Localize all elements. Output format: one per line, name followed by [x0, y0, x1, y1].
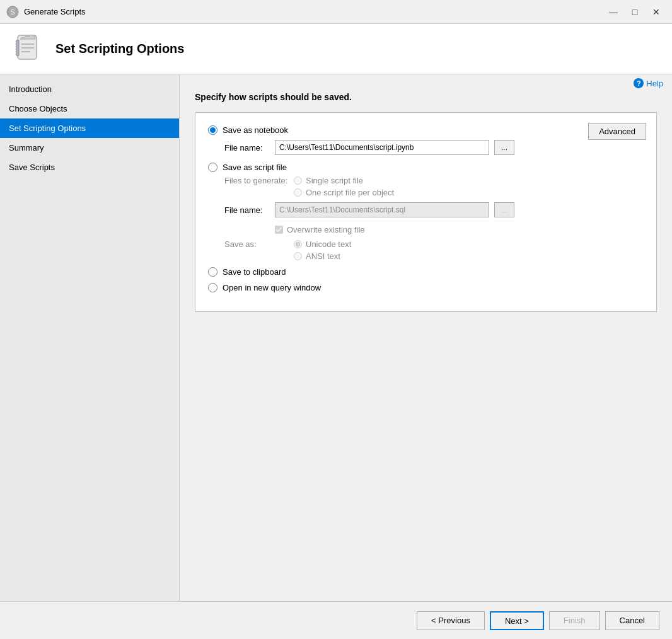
save-as-radios: Unicode text ANSI text	[294, 239, 351, 261]
header-icon	[13, 33, 45, 66]
section-title: Specify how scripts should be saved.	[195, 92, 657, 102]
main-layout: Introduction Choose Objects Set Scriptin…	[0, 74, 672, 601]
unicode-text-label: Unicode text	[294, 239, 351, 249]
sidebar-item-choose-objects[interactable]: Choose Objects	[0, 99, 179, 118]
save-as-notebook-label: Save as notebook	[223, 125, 288, 135]
finish-button[interactable]: Finish	[549, 611, 600, 630]
save-to-clipboard-radio[interactable]	[208, 267, 217, 277]
script-sub-options: Files to generate: Single script file On…	[224, 176, 644, 261]
ansi-text-radio	[294, 252, 302, 260]
advanced-button[interactable]: Advanced	[588, 123, 646, 140]
options-panel: Advanced Save as notebook File name: ...	[195, 112, 657, 312]
save-as-notebook-radio[interactable]	[208, 125, 217, 135]
open-in-query-radio-label[interactable]: Open in new query window	[208, 283, 644, 292]
sidebar-item-set-scripting-options[interactable]: Set Scripting Options	[0, 118, 179, 138]
single-script-radio	[294, 176, 302, 185]
notebook-file-row: File name: ...	[224, 140, 644, 155]
window-title: Generate Scripts	[24, 7, 86, 16]
restore-button[interactable]: □	[625, 5, 644, 19]
window-controls: — □ ✕	[604, 5, 666, 19]
save-as-script-group: Save as script file Files to generate: S…	[208, 163, 644, 261]
overwrite-row: Overwrite existing file	[275, 225, 644, 234]
overwrite-label: Overwrite existing file	[275, 225, 644, 234]
notebook-file-label: File name:	[224, 143, 270, 153]
unicode-text-radio	[294, 240, 302, 248]
overwrite-text: Overwrite existing file	[287, 225, 365, 234]
files-to-generate-label: Files to generate:	[224, 176, 294, 185]
save-as-label: Save as:	[224, 239, 294, 249]
single-script-label: Single script file	[294, 176, 394, 185]
script-file-row: File name: ...	[224, 202, 644, 217]
script-file-label: File name:	[224, 205, 270, 215]
single-script-text: Single script file	[306, 176, 363, 185]
title-bar: S Generate Scripts — □ ✕	[0, 0, 672, 24]
save-to-clipboard-radio-label[interactable]: Save to clipboard	[208, 267, 644, 277]
ansi-text: ANSI text	[306, 251, 340, 261]
one-per-object-label: One script file per object	[294, 188, 394, 197]
help-bar: ? Help	[180, 74, 672, 92]
script-browse-button: ...	[494, 202, 514, 217]
sidebar-item-summary[interactable]: Summary	[0, 138, 179, 158]
save-as-script-radio-label[interactable]: Save as script file	[208, 163, 644, 172]
sidebar: Introduction Choose Objects Set Scriptin…	[0, 74, 180, 601]
app-icon: S	[6, 6, 19, 18]
sidebar-item-introduction[interactable]: Introduction	[0, 79, 179, 99]
help-icon: ?	[634, 78, 644, 88]
sidebar-item-save-scripts[interactable]: Save Scripts	[0, 158, 179, 177]
save-to-clipboard-label: Save to clipboard	[223, 267, 286, 277]
one-per-object-text: One script file per object	[306, 188, 394, 197]
open-in-query-radio[interactable]	[208, 283, 217, 292]
help-link[interactable]: ? Help	[634, 78, 663, 88]
save-to-clipboard-group: Save to clipboard	[208, 267, 644, 277]
minimize-button[interactable]: —	[604, 5, 623, 19]
script-file-input	[275, 202, 489, 217]
open-in-query-label: Open in new query window	[223, 283, 321, 292]
overwrite-checkbox	[275, 226, 283, 234]
save-as-script-radio[interactable]	[208, 163, 217, 172]
save-as-row: Save as: Unicode text ANSI text	[224, 239, 644, 261]
content-body: Specify how scripts should be saved. Adv…	[180, 92, 672, 327]
cancel-button[interactable]: Cancel	[605, 611, 659, 630]
notebook-file-input[interactable]	[275, 140, 489, 155]
page-title: Set Scripting Options	[55, 42, 184, 56]
notebook-browse-button[interactable]: ...	[494, 140, 514, 155]
save-as-notebook-radio-label[interactable]: Save as notebook	[208, 125, 644, 135]
header: Set Scripting Options	[0, 24, 672, 74]
svg-text:S: S	[10, 8, 14, 16]
next-button[interactable]: Next >	[490, 611, 544, 630]
previous-button[interactable]: < Previous	[417, 611, 485, 630]
files-to-generate-radios: Single script file One script file per o…	[294, 176, 394, 197]
unicode-text: Unicode text	[306, 239, 351, 249]
close-button[interactable]: ✕	[647, 5, 666, 19]
content-area: ? Help Specify how scripts should be sav…	[180, 74, 672, 601]
open-in-query-group: Open in new query window	[208, 283, 644, 292]
save-as-script-label: Save as script file	[223, 163, 287, 172]
one-per-object-radio	[294, 188, 302, 197]
bottom-bar: < Previous Next > Finish Cancel	[0, 601, 672, 639]
ansi-text-label: ANSI text	[294, 251, 351, 261]
help-label: Help	[646, 79, 663, 88]
save-as-notebook-group: Save as notebook File name: ...	[208, 125, 644, 155]
files-to-generate-row: Files to generate: Single script file On…	[224, 176, 644, 197]
